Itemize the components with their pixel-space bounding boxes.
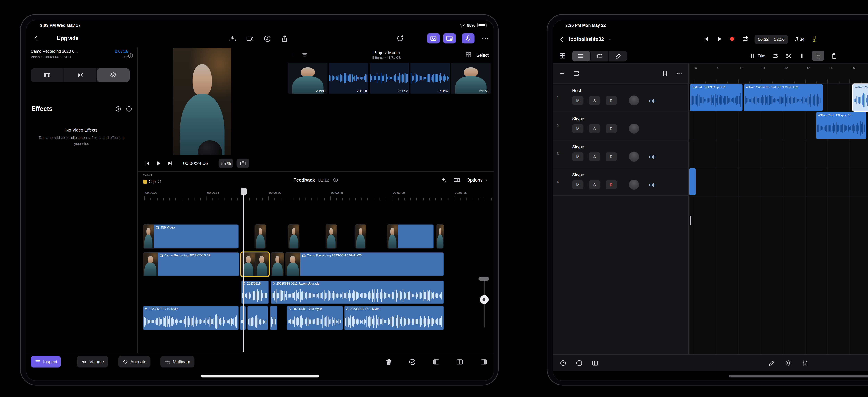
meter-icon[interactable] — [648, 153, 656, 161]
timeline-clip[interactable] — [255, 225, 266, 249]
split-icon[interactable] — [785, 53, 792, 59]
timeline-clip[interactable] — [247, 306, 268, 330]
pencil-icon[interactable] — [768, 359, 775, 367]
solo-button[interactable]: S — [589, 152, 600, 161]
track-header[interactable]: 3SkypeMSR — [553, 140, 689, 168]
delete-icon[interactable] — [385, 358, 392, 366]
pan-knob[interactable] — [629, 180, 639, 190]
add-effect-icon[interactable] — [115, 105, 122, 112]
timeline-clip[interactable]: 20230515 0911 Jason-Upgrade — [271, 280, 444, 304]
track-header[interactable]: 4SkypeMSR — [553, 168, 689, 196]
more-options-icon[interactable] — [481, 34, 489, 42]
mute-button[interactable]: M — [572, 96, 584, 105]
pan-knob[interactable] — [629, 96, 639, 106]
solo-button[interactable]: S — [589, 124, 600, 133]
audio-clip[interactable]: William Sud...E9 sync.01 — [816, 112, 866, 139]
import-media-icon[interactable] — [229, 35, 237, 43]
tool-select[interactable] — [591, 51, 609, 61]
voiceover-toggle[interactable] — [462, 33, 474, 43]
meter-icon[interactable] — [648, 180, 656, 189]
paste-icon[interactable] — [831, 53, 838, 59]
track-name[interactable]: Skype — [572, 144, 584, 149]
pan-knob[interactable] — [629, 124, 639, 134]
share-icon[interactable] — [281, 35, 289, 43]
media-item[interactable]: 2:11:32 — [410, 63, 450, 94]
multicam-button[interactable]: Multicam — [160, 356, 194, 367]
mute-button[interactable]: M — [572, 180, 584, 189]
effects-icon[interactable] — [559, 359, 567, 367]
snapshot-button[interactable] — [237, 159, 249, 167]
chevron-down-icon[interactable] — [607, 37, 612, 41]
duplicate-track-icon[interactable] — [573, 70, 580, 77]
tab-effects[interactable] — [97, 68, 130, 82]
play-icon[interactable] — [156, 160, 162, 166]
filter-icon[interactable] — [301, 52, 308, 58]
brightness-icon[interactable] — [785, 359, 792, 367]
timeline-clip[interactable]: Camo Recording 2023-05-15 09 — [143, 253, 239, 276]
audio-clip[interactable] — [689, 168, 696, 195]
grid-view-icon[interactable] — [559, 52, 566, 59]
sync-icon[interactable] — [396, 35, 404, 42]
timeline-clip[interactable] — [355, 225, 366, 249]
timeline-clip[interactable] — [288, 225, 299, 249]
play-icon[interactable] — [715, 36, 722, 42]
session-title[interactable]: footballislife32 — [569, 36, 604, 42]
volume-button[interactable]: Volume — [77, 356, 108, 367]
mute-button[interactable]: M — [572, 124, 584, 133]
clip-info-icon[interactable] — [128, 53, 134, 59]
mute-button[interactable]: M — [572, 152, 584, 161]
horizontal-scrollbar[interactable] — [729, 375, 868, 377]
record-arm-button[interactable]: R — [606, 124, 617, 133]
track-name[interactable]: Skype — [572, 172, 584, 177]
timeline-clip[interactable]: 20230515 1710 Myke — [143, 306, 239, 330]
copy-button[interactable] — [812, 51, 824, 61]
track-name[interactable]: Skype — [572, 116, 584, 121]
record-arm-button[interactable]: R — [606, 152, 617, 161]
slider-top-handle[interactable] — [478, 277, 489, 280]
tab-clip[interactable] — [31, 68, 64, 82]
media-library-toggle[interactable] — [427, 33, 440, 43]
inspect-button[interactable]: Inspect — [31, 356, 61, 367]
timeline-clip[interactable] — [436, 225, 444, 249]
trim-button[interactable]: Trim — [749, 53, 766, 59]
media-select-button[interactable]: Select — [476, 53, 489, 57]
record-icon[interactable] — [728, 36, 736, 42]
animate-button[interactable]: Animate — [118, 356, 150, 367]
record-arm-button[interactable]: R — [606, 96, 617, 105]
timeline-clip[interactable]: Camo Recording 2023-05-15 09-11-26 — [285, 253, 444, 276]
media-item[interactable]: 2:11:52 — [370, 63, 409, 94]
layout-right-icon[interactable] — [479, 358, 487, 366]
back-button[interactable] — [559, 35, 566, 43]
tuning-fork-icon[interactable] — [810, 36, 817, 42]
record-arm-button[interactable]: R — [606, 180, 617, 189]
timeline-clip[interactable]: 20230515 — [241, 280, 269, 304]
layout-left-icon[interactable] — [432, 358, 440, 366]
timeline-clip[interactable] — [270, 306, 277, 330]
audio-timeline[interactable]: 8910111213141516171819202122Suddert...S3… — [689, 64, 868, 354]
timeline-clip[interactable] — [241, 253, 269, 276]
remove-effect-icon[interactable] — [126, 105, 132, 112]
timeline-clip[interactable]: 459 Video — [143, 225, 239, 249]
zoom-level-control[interactable]: 55 % — [219, 159, 234, 167]
panels-icon[interactable] — [591, 359, 599, 367]
clip-volume-slider[interactable] — [477, 277, 491, 331]
track-name[interactable]: Host — [572, 88, 581, 93]
audio-clip[interactable]: William Sudderth - Ted S3E9 Chip.S.02 — [744, 84, 823, 111]
timeline-clip[interactable] — [326, 225, 337, 249]
timeline-clip[interactable]: 20230515 1710 Myke — [344, 306, 444, 330]
track-header[interactable]: 1HostMSR — [553, 84, 689, 111]
solo-button[interactable]: S — [589, 96, 600, 105]
grid-view-icon[interactable] — [465, 52, 472, 58]
join-icon[interactable] — [799, 53, 806, 59]
track-header[interactable]: 2SkypeMSR — [553, 111, 689, 140]
drag-handle-icon[interactable] — [290, 52, 297, 58]
tool-arrange[interactable] — [572, 51, 591, 61]
camera-icon[interactable] — [246, 35, 254, 43]
approve-icon[interactable] — [408, 358, 416, 366]
bookmark-icon[interactable] — [662, 70, 669, 77]
layout-split-icon[interactable] — [456, 358, 464, 366]
info-icon[interactable] — [576, 359, 583, 367]
solo-button[interactable]: S — [589, 180, 600, 189]
playhead-handle[interactable] — [240, 188, 246, 195]
audio-clip[interactable]: William Sudderth - Ted S3E9 Chip.S.03 — [853, 84, 868, 111]
